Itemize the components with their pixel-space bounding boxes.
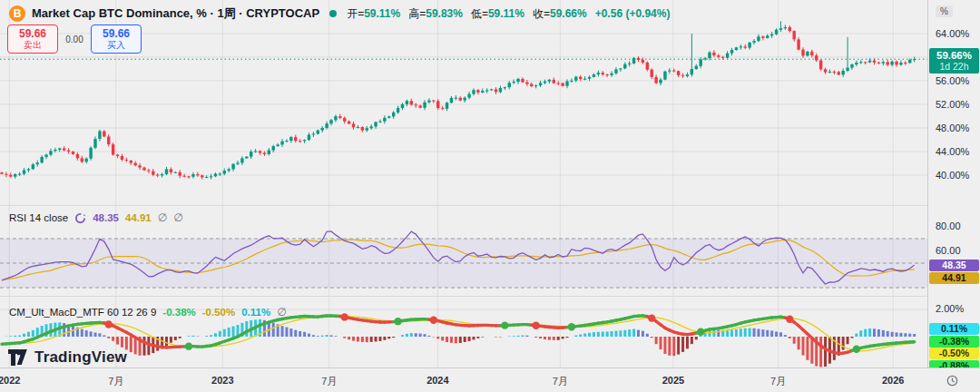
candle-body: [472, 90, 475, 93]
candle-body: [352, 123, 355, 127]
spread-value: 0.00: [58, 34, 91, 44]
rsi-title[interactable]: RSI 14 close: [9, 212, 68, 223]
macd-histogram-bar: [602, 332, 604, 337]
macd-histogram-bar: [81, 329, 83, 337]
time-axis[interactable]: 20227月20237月20247月20257月2026: [0, 368, 980, 392]
candle-body: [406, 101, 408, 104]
change-value: +0.56 (+0.94%): [595, 7, 671, 20]
buy-button[interactable]: 59.66 买入: [91, 24, 142, 54]
candle-body: [387, 116, 390, 117]
rsi-ma-value-badge: 44.91: [929, 272, 979, 284]
refresh-icon: [74, 212, 86, 224]
candle-body: [89, 148, 92, 159]
open-value: 59.11%: [364, 7, 400, 20]
macd-histogram-bar: [668, 337, 671, 356]
macd-histogram-bar: [521, 336, 524, 337]
macd-histogram-bar: [210, 335, 212, 337]
candle-body: [227, 169, 230, 171]
candle-body: [726, 54, 729, 58]
macd-title[interactable]: CM_Ult_MacD_MTF 60 12 26 9: [9, 307, 156, 318]
candle-body: [481, 91, 484, 93]
candle-body: [450, 98, 453, 103]
candle-body: [170, 169, 172, 172]
macd-histogram-bar: [459, 337, 462, 343]
candle-body: [748, 43, 750, 48]
macd-histogram-bar: [410, 333, 413, 337]
candle-body: [161, 174, 163, 175]
price-axis-label: 56.00%: [936, 75, 969, 86]
macd-histogram-bar: [681, 337, 684, 352]
candle-body: [663, 72, 666, 80]
macd-histogram-bar: [401, 335, 404, 337]
macd-histogram-bar: [142, 337, 145, 356]
macd-histogram-bar: [744, 328, 747, 337]
macd-histogram-bar: [285, 328, 288, 337]
clock-icon[interactable]: [946, 375, 958, 387]
candle-body: [619, 68, 622, 69]
candle-body: [792, 31, 795, 39]
candle-body: [686, 74, 689, 76]
buy-price: 59.66: [103, 28, 130, 40]
macd-histogram-bar: [299, 331, 301, 337]
candle-body: [766, 35, 769, 38]
candle-body: [695, 66, 698, 69]
candle-body: [846, 68, 848, 71]
candle-body: [23, 171, 25, 174]
candle-body: [58, 148, 61, 150]
candle-body: [432, 101, 435, 102]
last-price: 59.66%: [929, 50, 979, 61]
candle-body: [597, 73, 600, 74]
candle-body: [614, 69, 617, 73]
candle-body: [245, 157, 248, 159]
macd-histogram-bar: [850, 337, 853, 338]
macd-histogram-bar: [642, 331, 644, 337]
macd-histogram-bar: [655, 337, 658, 344]
candle-body: [334, 116, 337, 120]
macd-histogram-bar: [375, 337, 377, 341]
candle-body: [72, 152, 74, 154]
macd-histogram-bar: [98, 333, 101, 337]
macd-histogram-bar: [179, 337, 181, 338]
macd-histogram-bar: [317, 336, 319, 337]
symbol-title[interactable]: Market Cap BTC Dominance, % · 1周 · CRYPT…: [32, 5, 319, 22]
tradingview-logo[interactable]: TradingView: [7, 348, 127, 367]
tradingview-logo-icon: [7, 348, 29, 367]
candle-body: [890, 62, 893, 65]
candle-body: [205, 177, 208, 178]
candle-body: [654, 77, 657, 83]
rsi-value: 48.35: [93, 212, 119, 223]
candle-body: [855, 63, 858, 64]
macd-histogram-bar: [419, 334, 422, 337]
time-axis-tick: 2024: [426, 375, 448, 386]
time-axis-tick: 2025: [662, 375, 684, 386]
candle-body: [361, 127, 364, 131]
macd-histogram-bar: [455, 337, 457, 343]
macd-histogram-bar: [548, 337, 551, 340]
price-axis[interactable]: % 59.66% 1d 22h 64.00%56.00%52.00%48.00%…: [927, 0, 980, 368]
candle-body: [806, 52, 808, 56]
candle-body: [121, 156, 123, 160]
candle-body: [721, 57, 724, 58]
macd-histogram-bar: [553, 337, 555, 340]
macd-histogram-bar: [436, 337, 439, 338]
candle-body: [699, 59, 701, 65]
macd-histogram-bar: [357, 337, 359, 341]
macd-cross-down-dot: [532, 322, 539, 329]
macd-histogram-bar: [214, 333, 217, 337]
macd-value-badge: -0.50%: [929, 348, 979, 359]
macd-hist-value: 0.11%: [241, 307, 270, 318]
candle-body: [548, 80, 551, 82]
macd-histogram-bar: [330, 335, 333, 337]
macd-histogram-bar: [165, 337, 168, 346]
candle-body: [268, 151, 270, 154]
low-value: 59.11%: [488, 7, 524, 20]
candle-body: [525, 83, 528, 84]
candle-body: [838, 72, 840, 74]
macd-histogram-bar: [534, 337, 537, 338]
sell-button[interactable]: 59.66 卖出: [7, 24, 58, 54]
macd-histogram-bar: [761, 329, 764, 337]
candle-body: [214, 174, 217, 177]
macd-histogram-bar: [424, 334, 426, 337]
macd-histogram-bar: [877, 329, 880, 337]
macd-histogram-bar: [517, 336, 520, 337]
